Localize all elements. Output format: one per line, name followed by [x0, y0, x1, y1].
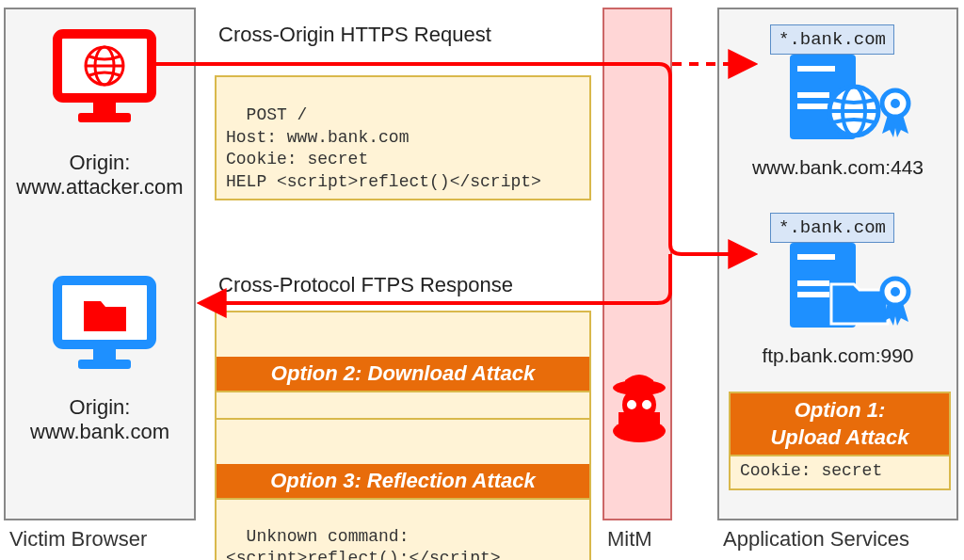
arrows-overlay — [0, 0, 964, 560]
